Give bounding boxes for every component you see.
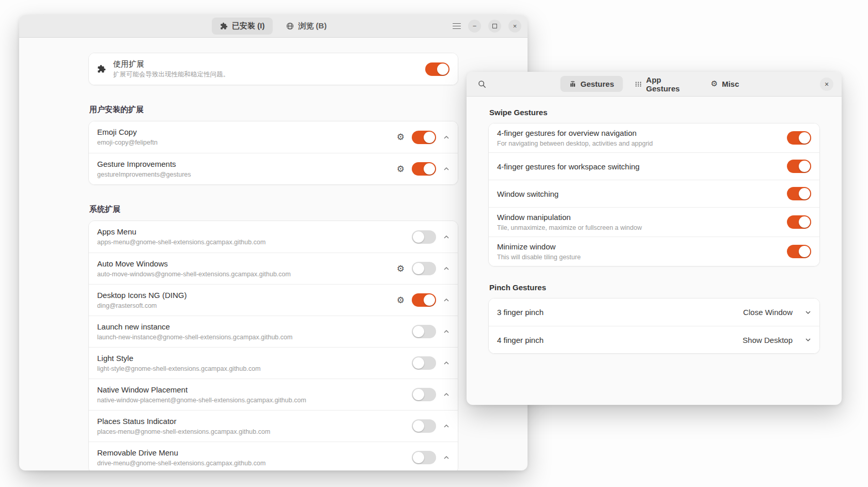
chevron-up-icon[interactable] xyxy=(443,455,450,460)
tab-browse[interactable]: 浏览 (B) xyxy=(278,18,335,35)
setting-toggle[interactable] xyxy=(787,245,811,258)
extensions-tab-group: 已安装 (I) 浏览 (B) xyxy=(212,18,335,35)
minimize-icon: − xyxy=(473,22,477,30)
tab-browse-label: 浏览 (B) xyxy=(298,21,327,31)
gesture-hand-icon xyxy=(569,81,577,88)
extension-toggle[interactable] xyxy=(412,325,436,338)
desktop: { "colors": { "accent": "#e2521d", "head… xyxy=(0,0,868,487)
setting-title: 4-finger gestures for workspace switchin… xyxy=(497,161,781,172)
chevron-up-icon[interactable] xyxy=(443,361,450,365)
setting-toggle[interactable] xyxy=(787,215,811,229)
extension-toggle[interactable] xyxy=(412,230,436,244)
master-toggle-title: 使用扩展 xyxy=(113,58,419,69)
setting-toggle[interactable] xyxy=(787,187,811,200)
master-toggle-card: 使用扩展 扩展可能会导致出现性能和稳定性问题。 xyxy=(88,53,458,85)
tab-installed-label: 已安装 (I) xyxy=(232,21,265,31)
extension-toggle[interactable] xyxy=(412,451,436,464)
section-title-user-extensions: 用户安装的扩展 xyxy=(89,105,457,115)
setting-title: 4-finger gestures for overview navigatio… xyxy=(497,128,781,138)
extension-toggle[interactable] xyxy=(412,131,436,144)
tab-misc-label: Misc xyxy=(722,80,739,88)
settings-gear-icon[interactable]: ⚙ xyxy=(397,296,405,305)
setting-subtitle: Tile, unmaximize, maximize or fullscreen… xyxy=(497,223,781,232)
extension-title: Native Window Placement xyxy=(97,384,391,395)
tab-misc[interactable]: ⚙ Misc xyxy=(702,76,748,92)
extension-uuid: auto-move-windows@gnome-shell-extensions… xyxy=(97,270,391,279)
extension-row-desktop-icons-ng: Desktop Icons NG (DING) ding@rastersoft.… xyxy=(89,284,458,316)
chevron-up-icon[interactable] xyxy=(443,167,450,171)
tab-gestures[interactable]: Gestures xyxy=(561,76,623,92)
setting-row-4-finger-pinch: 4 finger pinch Show Desktop xyxy=(489,326,819,353)
maximize-button[interactable] xyxy=(488,20,501,33)
minimize-button[interactable]: − xyxy=(468,20,481,33)
search-icon[interactable] xyxy=(478,80,486,88)
chevron-up-icon[interactable] xyxy=(443,266,450,271)
extension-title: Apps Menu xyxy=(97,226,391,237)
pinch-action-dropdown[interactable]: Show Desktop xyxy=(742,336,811,344)
extension-title: Auto Move Windows xyxy=(97,258,391,269)
close-icon: × xyxy=(825,80,829,88)
dot-grid-icon xyxy=(635,81,642,88)
pinch-action-dropdown[interactable]: Close Window xyxy=(743,308,811,317)
extension-toggle[interactable] xyxy=(412,388,436,401)
extension-row-light-style: Light Style light-style@gnome-shell-exte… xyxy=(89,347,458,379)
extension-toggle[interactable] xyxy=(412,162,436,176)
setting-row-window-switching: Window switching xyxy=(489,180,819,207)
chevron-up-icon[interactable] xyxy=(443,235,450,239)
extension-uuid: apps-menu@gnome-shell-extensions.gcampax… xyxy=(97,238,391,247)
master-toggle-switch[interactable] xyxy=(425,62,450,76)
maximize-icon xyxy=(492,24,497,28)
setting-title: Window switching xyxy=(497,188,781,199)
extension-uuid: light-style@gnome-shell-extensions.gcamp… xyxy=(97,364,391,373)
chevron-up-icon[interactable] xyxy=(443,392,450,397)
tab-installed[interactable]: 已安装 (I) xyxy=(212,18,273,35)
setting-title: 4 finger pinch xyxy=(497,335,736,345)
dialog-tab-group: Gestures App Gestures ⚙ Misc xyxy=(561,72,748,97)
tab-app-gestures[interactable]: App Gestures xyxy=(626,72,699,97)
master-toggle-subtitle: 扩展可能会导致出现性能和稳定性问题。 xyxy=(113,70,419,79)
setting-row-workspace-switching: 4-finger gestures for workspace switchin… xyxy=(489,152,819,180)
extension-toggle[interactable] xyxy=(412,419,436,433)
gear-icon: ⚙ xyxy=(711,80,718,88)
extension-uuid: drive-menu@gnome-shell-extensions.gcampa… xyxy=(97,459,391,468)
puzzle-icon xyxy=(97,65,106,73)
setting-row-overview-navigation: 4-finger gestures for overview navigatio… xyxy=(489,123,819,152)
extension-title: Launch new instance xyxy=(97,321,391,332)
extension-toggle[interactable] xyxy=(412,293,436,307)
section-title-system-extensions: 系统扩展 xyxy=(89,205,457,214)
extension-toggle[interactable] xyxy=(412,262,436,275)
extension-toggle[interactable] xyxy=(412,356,436,370)
dialog-close-button[interactable]: × xyxy=(820,77,833,91)
pinch-gestures-heading: Pinch Gestures xyxy=(489,283,820,292)
dropdown-value: Show Desktop xyxy=(742,336,793,344)
menu-icon[interactable] xyxy=(453,23,461,29)
extension-row-places-status-indicator: Places Status Indicator places-menu@gnom… xyxy=(89,410,458,442)
setting-toggle[interactable] xyxy=(787,131,811,145)
chevron-up-icon[interactable] xyxy=(443,135,450,139)
extension-row-removable-drive-menu: Removable Drive Menu drive-menu@gnome-sh… xyxy=(89,442,458,470)
extensions-window: 已安装 (I) 浏览 (B) − × 使用扩展 xyxy=(19,15,528,470)
extension-uuid: places-menu@gnome-shell-extensions.gcamp… xyxy=(97,427,391,436)
swipe-gestures-card: 4-finger gestures for overview navigatio… xyxy=(488,123,820,266)
chevron-up-icon[interactable] xyxy=(443,424,450,428)
settings-gear-icon[interactable]: ⚙ xyxy=(397,133,405,142)
setting-subtitle: This will disable tiling gesture xyxy=(497,253,781,262)
extension-title: Places Status Indicator xyxy=(97,416,391,427)
extension-row-launch-new-instance: Launch new instance launch-new-instance@… xyxy=(89,316,458,347)
chevron-up-icon[interactable] xyxy=(443,298,450,302)
extension-title: Desktop Icons NG (DING) xyxy=(97,290,391,301)
user-extensions-card: Emoji Copy emoji-copy@felipeftn ⚙ Gestur… xyxy=(88,121,458,185)
extension-uuid: ding@rastersoft.com xyxy=(97,301,391,310)
globe-icon xyxy=(286,22,294,30)
setting-title: Minimize window xyxy=(497,241,781,252)
gestures-dialog: Gestures App Gestures ⚙ Misc × Swipe Ges… xyxy=(467,72,842,405)
chevron-up-icon[interactable] xyxy=(443,329,450,334)
settings-gear-icon[interactable]: ⚙ xyxy=(397,165,405,174)
extension-uuid: launch-new-instance@gnome-shell-extensio… xyxy=(97,333,391,342)
extension-row-emoji-copy: Emoji Copy emoji-copy@felipeftn ⚙ xyxy=(89,121,458,153)
close-button[interactable]: × xyxy=(508,20,521,33)
setting-title: Window manipulation xyxy=(497,212,781,223)
settings-gear-icon[interactable]: ⚙ xyxy=(397,264,405,273)
window-controls: − × xyxy=(453,20,521,33)
setting-toggle[interactable] xyxy=(787,160,811,173)
